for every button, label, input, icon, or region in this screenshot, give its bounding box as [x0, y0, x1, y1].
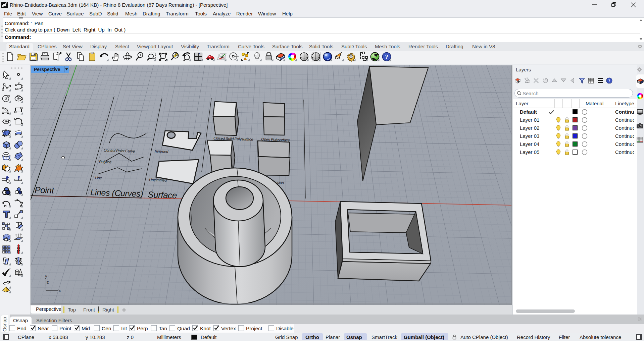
svg-text:z: z — [47, 280, 49, 285]
svg-text:?: ? — [385, 53, 388, 60]
svg-text:Lines (Curves): Lines (Curves) — [90, 187, 143, 198]
svg-text:Perspective: Perspective — [34, 67, 60, 72]
svg-text:Point: Point — [35, 185, 55, 195]
svg-text:y: y — [45, 274, 47, 279]
svg-text:x: x — [59, 288, 61, 293]
svg-text:Trimmed: Trimmed — [154, 149, 168, 154]
svg-text:Untrimmed: Untrimmed — [149, 178, 167, 182]
svg-text:Surface: Surface — [148, 189, 177, 201]
svg-text:Line: Line — [95, 176, 102, 180]
svg-text:Polyline: Polyline — [99, 160, 111, 164]
svg-text:?: ? — [608, 78, 610, 83]
svg-text:8: 8 — [6, 2, 7, 4]
